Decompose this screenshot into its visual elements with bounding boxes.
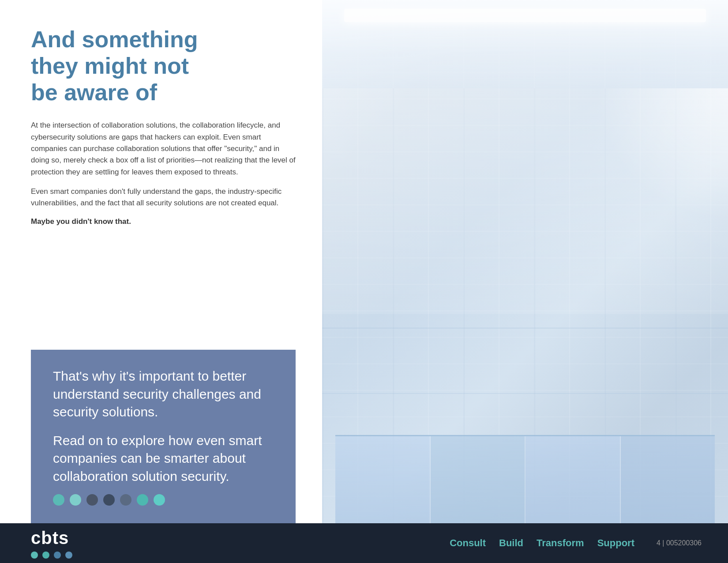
footer-dot-3	[54, 552, 61, 559]
footer-dot-1	[31, 552, 38, 559]
logo-text: cbts	[31, 528, 72, 548]
footer: cbts Consult Build Transform Support 4 |…	[0, 523, 728, 563]
right-image-panel	[322, 0, 728, 523]
body-text-section: At the intersection of collaboration sol…	[31, 120, 296, 226]
dot-7	[154, 494, 165, 506]
footer-logo-dots	[31, 552, 72, 559]
bold-line: Maybe you didn't know that.	[31, 217, 296, 226]
dot-1	[53, 494, 64, 506]
footer-nav-consult[interactable]: Consult	[450, 537, 486, 549]
paragraph-2: Even smart companies don't fully underst…	[31, 186, 296, 209]
dot-6	[137, 494, 148, 506]
cbts-logo: cbts	[31, 528, 72, 559]
highlight-box: That's why it's important to better unde…	[31, 350, 296, 523]
dot-2	[70, 494, 81, 506]
title-section: And something they might not be aware of	[31, 26, 296, 106]
footer-nav-support[interactable]: Support	[597, 537, 634, 549]
footer-nav: Consult Build Transform Support 4 | 0052…	[450, 537, 702, 549]
main-title: And something they might not be aware of	[31, 26, 296, 106]
highlight-text-1: That's why it's important to better unde…	[53, 367, 274, 421]
ceiling-area	[322, 0, 728, 88]
dot-5	[120, 494, 131, 506]
paragraph-1: At the intersection of collaboration sol…	[31, 120, 296, 178]
building-overlay	[322, 0, 728, 523]
page-number: 4 | 005200306	[657, 539, 702, 547]
footer-dot-4	[65, 552, 72, 559]
left-panel: And something they might not be aware of…	[0, 0, 322, 523]
columns-area	[322, 88, 728, 523]
dot-3	[86, 494, 98, 506]
footer-nav-build[interactable]: Build	[499, 537, 523, 549]
dot-4	[103, 494, 115, 506]
highlight-text-2: Read on to explore how even smart compan…	[53, 432, 274, 486]
footer-nav-transform[interactable]: Transform	[537, 537, 584, 549]
decorative-dots	[53, 494, 274, 506]
footer-dot-2	[42, 552, 49, 559]
